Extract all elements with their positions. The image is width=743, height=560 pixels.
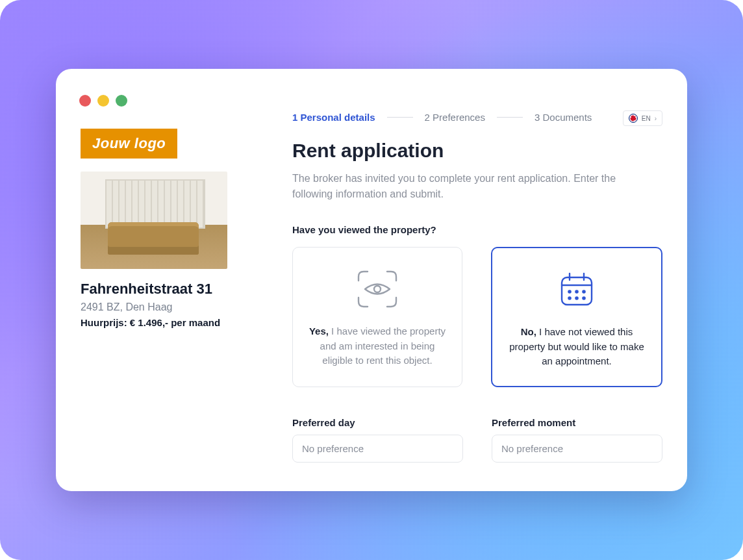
window-minimize-dot[interactable] [97,95,109,107]
preferred-day-field: Preferred day No preference [292,417,463,463]
svg-point-0 [374,286,381,292]
main-content: 1 Personal details 2 Preferences 3 Docum… [256,94,662,465]
step-indicator: 1 Personal details 2 Preferences 3 Docum… [292,112,662,123]
app-panel: Jouw logo Fahrenheitstraat 31 2491 BZ, D… [56,69,687,491]
step-personal-details[interactable]: 1 Personal details [292,112,375,123]
option-cards: Yes, I have viewed the property and am i… [292,247,662,387]
window-zoom-dot[interactable] [116,95,127,107]
step-documents[interactable]: 3 Documents [535,112,592,123]
property-location: 2491 BZ, Den Haag [81,301,256,313]
option-yes-lead: Yes, [309,325,329,337]
option-no-lead: No, [521,326,536,337]
svg-point-4 [583,290,585,292]
app-background: Jouw logo Fahrenheitstraat 31 2491 BZ, D… [0,0,743,560]
window-controls [79,95,127,107]
preferred-moment-field: Preferred moment No preference [492,417,662,463]
option-no-card[interactable]: No, I have not viewed this property but … [491,247,662,387]
language-code: EN [642,115,651,122]
step-divider [497,117,523,118]
window-close-dot[interactable] [79,95,91,107]
page-intro: The broker has invited you to complete y… [292,171,630,202]
sidebar: Jouw logo Fahrenheitstraat 31 2491 BZ, D… [81,94,256,465]
language-switcher[interactable]: EN › [623,110,662,126]
property-price: Huurprijs: € 1.496,- per maand [81,317,256,328]
svg-point-3 [575,290,577,292]
svg-point-6 [575,297,577,299]
chevron-right-icon: › [655,115,657,122]
svg-point-2 [568,290,570,292]
calendar-icon [557,266,597,313]
property-photo [81,172,227,269]
step-preferences[interactable]: 2 Preferences [425,112,485,123]
preferred-day-select[interactable]: No preference [292,435,463,463]
uk-flag-icon [629,114,638,123]
question-viewed-property: Have you viewed the property? [292,224,662,235]
svg-point-7 [583,297,585,299]
preferred-moment-select[interactable]: No preference [492,435,662,463]
logo-badge: Jouw logo [81,129,177,159]
preference-fields: Preferred day No preference Preferred mo… [292,417,662,463]
step-divider [387,117,413,118]
preferred-moment-label: Preferred moment [492,417,662,428]
option-yes-body: I have viewed the property and am intere… [320,325,446,366]
property-address: Fahrenheitstraat 31 [81,281,256,298]
preferred-day-label: Preferred day [292,417,463,428]
page-title: Rent application [292,140,662,162]
eye-scan-icon [356,266,399,312]
option-yes-card[interactable]: Yes, I have viewed the property and am i… [292,247,462,387]
svg-point-5 [568,297,570,299]
